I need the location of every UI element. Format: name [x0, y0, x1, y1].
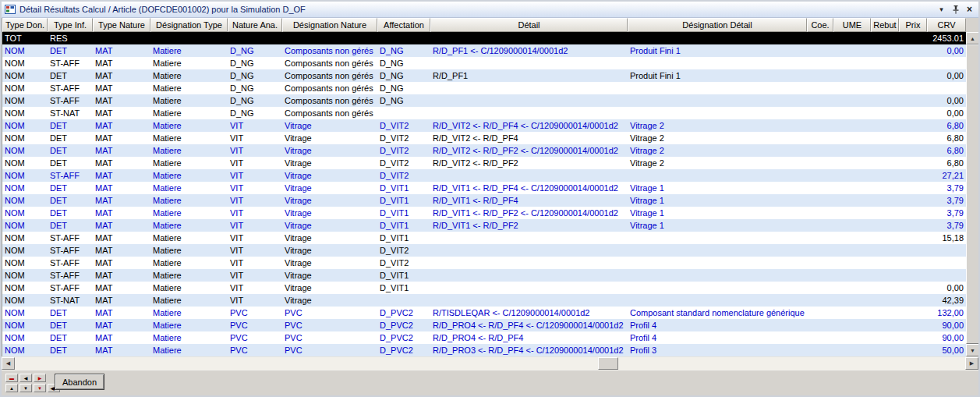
table-row[interactable]: NOMST-AFFMATMatiereVITVitrageD_VIT10,00: [2, 282, 966, 294]
column-header-type-don[interactable]: Type Don.: [2, 18, 48, 32]
column-header-coe[interactable]: Coe.: [807, 18, 833, 32]
column-header-designation-detail[interactable]: Désignation Détail: [628, 18, 807, 32]
table-row[interactable]: NOMDETMATMatiereD_NGComposants non gérés…: [2, 44, 966, 57]
scroll-right-button[interactable]: ▶: [965, 357, 978, 370]
table-row[interactable]: NOMDETMATMatiereVITVitrageD_VIT2R/D_VIT2…: [2, 132, 966, 144]
delete-record-button[interactable]: ▬: [5, 374, 18, 382]
column-header-affectation[interactable]: Affectation: [377, 18, 430, 32]
pin-icon: [951, 5, 961, 15]
cell-designation-detail: Vitrage 1: [628, 219, 807, 232]
table-row[interactable]: NOMDETMATMatiereVITVitrageD_VIT2R/D_VIT2…: [2, 119, 966, 132]
window-title: Détail Résultats Calcul / Article (DOFCD…: [19, 5, 306, 14]
cell-nature-ana: D_NG: [228, 44, 282, 57]
cell-nature-ana: VIT: [228, 207, 282, 219]
column-header-designation-nature[interactable]: Désignation Nature: [282, 18, 377, 32]
cell-ume: [833, 132, 871, 144]
cell-type-inf: ST-AFF: [48, 257, 93, 269]
cell-designation-type: Matiere: [150, 269, 228, 282]
cell-designation-nature: Composants non gérés: [282, 69, 377, 82]
column-header-crv[interactable]: CRV: [927, 18, 966, 32]
cell-type-nature: MAT: [93, 232, 150, 244]
table-row[interactable]: NOMDETMATMatiereVITVitrageD_VIT1R/D_VIT1…: [2, 194, 966, 207]
column-header-nature-ana[interactable]: Nature Ana.: [228, 18, 282, 32]
table-row[interactable]: NOMST-AFFMATMatiereVITVitrageD_VIT2: [2, 257, 966, 269]
vertical-scrollbar[interactable]: ▲ ▼: [966, 32, 979, 356]
previous-record-button[interactable]: ◀: [19, 374, 32, 382]
cell-rebut: [871, 107, 899, 119]
last-marked-record-button[interactable]: ▼: [34, 384, 46, 392]
table-row[interactable]: NOMDETMATMatierePVCPVCD_PVC2R/D_PRO4 <- …: [2, 319, 966, 331]
next-record-button[interactable]: ▼: [19, 384, 32, 392]
cell-affectation: [377, 32, 430, 44]
close-button[interactable]: ×: [964, 4, 975, 15]
table-row[interactable]: NOMDETMATMatiereVITVitrageD_VIT2R/D_VIT2…: [2, 144, 966, 157]
cell-detail: R/D_PF1 <- C/1209000014/0001d2: [430, 44, 628, 57]
scroll-right-icon: ▶: [970, 360, 974, 367]
table-row[interactable]: NOMDETMATMatierePVCPVCD_PVC2R/D_PRO4 <- …: [2, 331, 966, 344]
first-record-button[interactable]: ▲: [5, 384, 18, 392]
abandon-button[interactable]: Abandon: [55, 374, 104, 390]
scroll-up-button[interactable]: ▲: [966, 32, 979, 44]
table-row[interactable]: NOMST-AFFMATMatiereD_NGComposants non gé…: [2, 94, 966, 107]
vertical-scroll-thumb[interactable]: [966, 44, 979, 344]
table-row[interactable]: NOMDETMATMatierePVCPVCD_PVC2R/D_PRO3 <- …: [2, 344, 966, 356]
cell-type-don: NOM: [2, 207, 48, 219]
cell-crv: 3,79: [927, 194, 966, 207]
column-header-detail[interactable]: Détail: [430, 18, 628, 32]
column-header-prix[interactable]: Prix: [899, 18, 927, 32]
cell-rebut: [871, 169, 899, 182]
next-marked-record-button[interactable]: ▶: [34, 374, 46, 382]
column-header-ume[interactable]: UME: [833, 18, 871, 32]
column-header-designation-type[interactable]: Désignation Type: [150, 18, 228, 32]
table-row[interactable]: NOMST-AFFMATMatiereVITVitrageD_VIT2: [2, 244, 966, 257]
table-row[interactable]: NOMST-NATMATMatiereD_NGComposants non gé…: [2, 107, 966, 119]
cell-crv: 0,00: [927, 282, 966, 294]
cell-prix: [899, 319, 927, 331]
table-row[interactable]: NOMST-AFFMATMatiereVITVitrageD_VIT115,18: [2, 232, 966, 244]
cell-nature-ana: VIT: [228, 132, 282, 144]
table-row[interactable]: NOMDETMATMatiereVITVitrageD_VIT2R/D_VIT2…: [2, 157, 966, 169]
table-row[interactable]: NOMDETMATMatiereD_NGComposants non gérés…: [2, 69, 966, 82]
cell-nature-ana: VIT: [228, 282, 282, 294]
scroll-left-button[interactable]: ◀: [2, 357, 15, 370]
cell-affectation: D_NG: [377, 82, 430, 94]
cell-designation-detail: Vitrage 1: [628, 207, 807, 219]
horizontal-scroll-thumb[interactable]: [598, 357, 618, 370]
horizontal-scrollbar[interactable]: ◀ ▶: [2, 356, 978, 370]
scroll-down-button[interactable]: ▼: [966, 344, 979, 356]
table-row[interactable]: NOMST-AFFMATMatiereD_NGComposants non gé…: [2, 57, 966, 69]
horizontal-scroll-track[interactable]: [15, 357, 965, 370]
table-row[interactable]: NOMST-NATMATMatiereVITVitrage42,39: [2, 294, 966, 307]
column-header-rebut[interactable]: Rebut: [871, 18, 899, 32]
cell-coe: [807, 331, 833, 344]
table-row[interactable]: NOMDETMATMatiereVITVitrageD_VIT1R/D_VIT1…: [2, 219, 966, 232]
cell-rebut: [871, 232, 899, 244]
cell-type-nature: MAT: [93, 144, 150, 157]
pin-button[interactable]: [950, 4, 961, 15]
cell-affectation: D_VIT1: [377, 269, 430, 282]
cell-coe: [807, 32, 833, 44]
cell-rebut: [871, 207, 899, 219]
table-row[interactable]: NOMST-AFFMATMatiereD_NGComposants non gé…: [2, 82, 966, 94]
table-row[interactable]: NOMST-AFFMATMatiereVITVitrageD_VIT227,21: [2, 169, 966, 182]
table-row[interactable]: NOMDETMATMatiereVITVitrageD_VIT1R/D_VIT1…: [2, 207, 966, 219]
cell-type-inf: ST-AFF: [48, 94, 93, 107]
column-header-type-inf[interactable]: Type Inf.: [48, 18, 93, 32]
table-row[interactable]: NOMDETMATMatierePVCPVCD_PVC2R/TISDLEQAR …: [2, 307, 966, 319]
table-row[interactable]: NOMST-AFFMATMatiereVITVitrageD_VIT1: [2, 269, 966, 282]
total-row[interactable]: TOTRES2453.01: [2, 32, 966, 44]
column-header-type-nature[interactable]: Type Nature: [93, 18, 150, 32]
cell-rebut: [871, 144, 899, 157]
cell-affectation: D_VIT1: [377, 219, 430, 232]
menu-dropdown-button[interactable]: ▾: [936, 4, 947, 15]
cell-type-nature: MAT: [93, 82, 150, 94]
cell-ume: [833, 144, 871, 157]
cell-designation-detail: Profil 3: [628, 344, 807, 356]
table-row[interactable]: NOMDETMATMatiereVITVitrageD_VIT1R/D_VIT1…: [2, 182, 966, 194]
cell-designation-type: Matiere: [150, 119, 228, 132]
cell-designation-type: Matiere: [150, 219, 228, 232]
cell-prix: [899, 32, 927, 44]
titlebar: Détail Résultats Calcul / Article (DOFCD…: [2, 2, 978, 18]
cell-crv: 6,80: [927, 144, 966, 157]
cell-rebut: [871, 344, 899, 356]
